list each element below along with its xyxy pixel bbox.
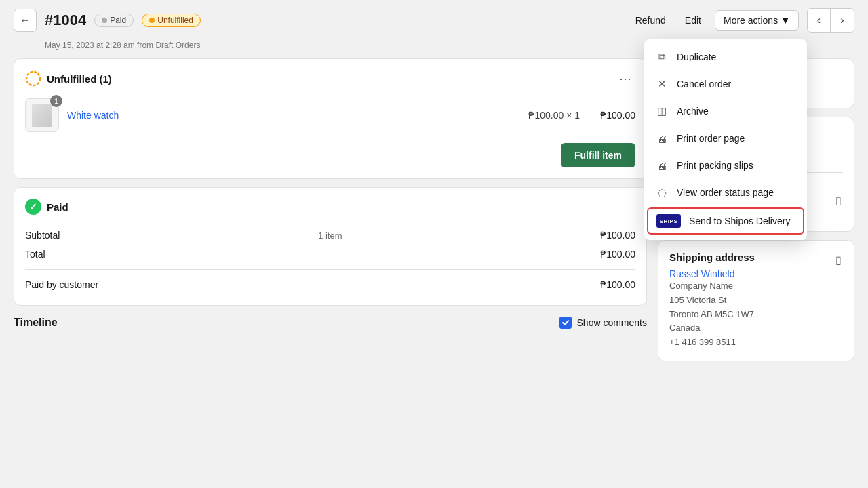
product-thumbnail [32, 104, 52, 127]
dropdown-item-shipos[interactable]: SHIPS Send to Shipos Delivery [647, 207, 804, 235]
order-number: #1004 [45, 12, 86, 29]
paid-title: ✓ Paid [25, 199, 68, 215]
cancel-icon: ✕ [655, 77, 669, 91]
copy-address-button[interactable]: ▯ [834, 252, 843, 268]
back-button[interactable]: ← [14, 9, 37, 32]
unfulfilled-badge: Unfulfilled [142, 14, 201, 27]
show-comments-row: Show comments [559, 317, 647, 329]
paid-by-value: ₱100.00 [600, 279, 635, 290]
subtotal-label: Subtotal [25, 230, 60, 241]
unfulfilled-more-button[interactable]: ⋯ [615, 70, 635, 87]
unfulfilled-card: Unfulfilled (1) ⋯ 1 White watch ₱100.00 … [14, 58, 647, 179]
unfulfilled-title: Unfulfilled (1) [25, 70, 112, 87]
dropdown-item-view-status[interactable]: ◌ View order status page [644, 179, 807, 206]
header-actions: Refund Edit More actions ▼ ‹ › [630, 8, 854, 33]
product-name-link[interactable]: White watch [67, 110, 520, 121]
dropdown-item-archive[interactable]: ◫ Archive [644, 98, 807, 125]
paid-badge: Paid [94, 14, 134, 27]
shipping-phone: +1 416 399 8511 [669, 336, 843, 350]
dropdown-item-duplicate[interactable]: ⧉ Duplicate [644, 43, 807, 70]
paid-card: ✓ Paid Subtotal 1 item ₱100.00 Total ₱10… [14, 187, 647, 306]
shipping-country: Canada [669, 321, 843, 336]
timeline-title: Timeline [14, 317, 58, 329]
paid-by-row: Paid by customer ₱100.00 [25, 275, 635, 294]
fulfill-item-button[interactable]: Fulfill item [561, 143, 635, 167]
refund-button[interactable]: Refund [630, 11, 671, 30]
shipping-city-state: Toronto AB M5C 1W7 [669, 308, 843, 322]
paid-by-label: Paid by customer [25, 279, 98, 290]
prev-order-button[interactable]: ‹ [808, 9, 831, 32]
print-packing-icon: 🖨 [655, 159, 669, 172]
total-row: Total ₱100.00 [25, 245, 635, 264]
subtotal-row: Subtotal 1 item ₱100.00 [25, 226, 635, 245]
copy-email-button[interactable]: ▯ [834, 192, 843, 208]
edit-button[interactable]: Edit [679, 11, 707, 30]
print-order-icon: 🖨 [655, 131, 669, 145]
subtotal-items: 1 item [318, 230, 342, 241]
product-image: 1 [25, 98, 59, 132]
product-row: 1 White watch ₱100.00 × 1 ₱100.00 [25, 98, 635, 132]
subtotal-value: ₱100.00 [600, 230, 635, 241]
order-navigation: ‹ › [807, 8, 854, 33]
page-header: ← #1004 Paid Unfulfilled Refund Edit Mor… [0, 0, 868, 41]
total-value: ₱100.00 [600, 249, 635, 260]
total-label: Total [25, 249, 45, 260]
shipping-title: Shipping address [669, 251, 755, 263]
shipping-address: 105 Victoria St [669, 293, 843, 308]
archive-icon: ◫ [655, 104, 669, 118]
dropdown-item-cancel[interactable]: ✕ Cancel order [644, 70, 807, 98]
show-comments-checkbox[interactable] [559, 317, 572, 329]
shipping-card: Shipping address ▯ Russel Winfield Compa… [658, 240, 854, 361]
product-qty-badge: 1 [50, 95, 62, 107]
paid-icon: ✓ [25, 199, 41, 215]
checkmark-icon [561, 319, 570, 327]
next-order-button[interactable]: › [831, 9, 854, 32]
svg-point-0 [26, 72, 40, 85]
duplicate-icon: ⧉ [655, 50, 669, 64]
paid-card-header: ✓ Paid [25, 199, 635, 215]
shipping-company: Company Name [669, 279, 843, 293]
dropdown-item-print-packing[interactable]: 🖨 Print packing slips [644, 152, 807, 179]
eye-icon: ◌ [655, 186, 669, 199]
chevron-down-icon: ▼ [781, 15, 790, 26]
unfulfilled-icon [25, 70, 41, 87]
product-total: ₱100.00 [588, 110, 635, 121]
unfulfilled-card-header: Unfulfilled (1) ⋯ [25, 70, 635, 87]
left-column: Unfulfilled (1) ⋯ 1 White watch ₱100.00 … [14, 58, 647, 488]
timeline-section: Timeline Show comments [14, 314, 647, 329]
more-actions-dropdown: ⧉ Duplicate ✕ Cancel order ◫ Archive 🖨 P… [644, 39, 807, 240]
shipos-icon: SHIPS [656, 214, 681, 228]
paid-divider [25, 269, 635, 270]
dropdown-item-print-order[interactable]: 🖨 Print order page [644, 125, 807, 152]
shipping-name[interactable]: Russel Winfield [669, 268, 843, 279]
fulfill-footer: Fulfill item [25, 132, 635, 167]
show-comments-label: Show comments [577, 317, 647, 328]
more-actions-button[interactable]: More actions ▼ [715, 10, 799, 30]
product-price: ₱100.00 × 1 [528, 110, 580, 121]
